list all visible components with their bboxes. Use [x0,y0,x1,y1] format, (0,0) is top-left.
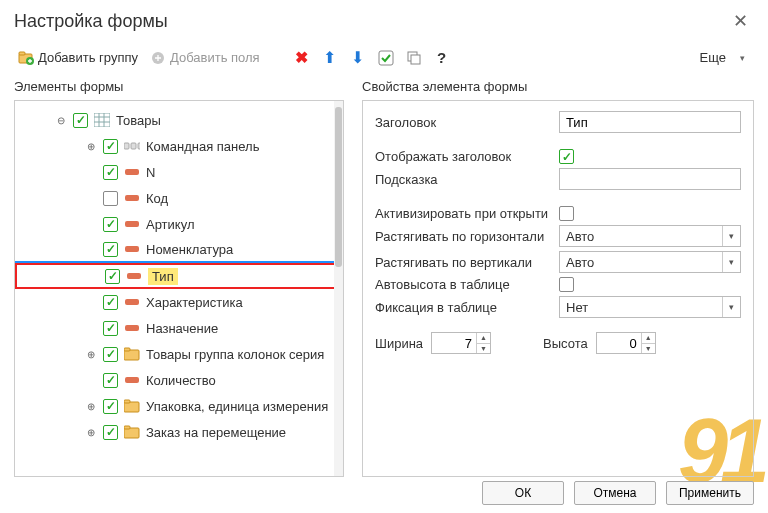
svg-rect-14 [138,143,140,149]
tree-item-icon [124,138,140,154]
tree-item-label: Упаковка, единица измерения [146,399,328,414]
prop-fixation-label: Фиксация в таблице [375,300,553,315]
tree-item-label: Артикул [146,217,194,232]
tree-expander-icon[interactable]: ⊕ [85,401,97,412]
check-all-button[interactable] [374,48,398,68]
prop-stretch-v-label: Растягивать по вертикали [375,255,553,270]
properties-header: Свойства элемента формы [362,77,754,100]
chevron-down-icon: ▾ [722,297,740,317]
prop-height-spinner[interactable]: ▲▼ [596,332,656,354]
prop-stretch-v-select[interactable]: Авто▾ [559,251,741,273]
delete-x-icon: ✖ [294,50,310,66]
tree-row[interactable]: Количество [15,367,343,393]
tree-checkbox[interactable] [103,139,118,154]
tree-item-icon [124,190,140,206]
tree-expander-icon[interactable]: ⊕ [85,427,97,438]
delete-button[interactable]: ✖ [290,48,314,68]
svg-rect-18 [124,400,130,403]
tree-row[interactable]: Номенклатура [15,237,343,263]
tree-checkbox[interactable] [103,373,118,388]
svg-rect-6 [411,55,420,64]
more-label: Еще [700,50,726,65]
tree-expander-icon[interactable]: ⊖ [55,115,67,126]
close-icon[interactable]: ✕ [727,8,754,34]
window-title: Настройка формы [14,11,168,32]
prop-tooltip-input[interactable] [559,168,741,190]
move-down-button[interactable]: ⬇ [346,48,370,68]
tree-row[interactable]: ⊕Упаковка, единица измерения [15,393,343,419]
tree-checkbox[interactable] [103,217,118,232]
tree-row[interactable]: ⊕Товары группа колонок серия [15,341,343,367]
add-fields-button[interactable]: Добавить поля [146,48,264,68]
tree-row[interactable]: Назначение [15,315,343,341]
add-group-label: Добавить группу [38,50,138,65]
move-up-button[interactable]: ⬆ [318,48,342,68]
toolbar: Добавить группу Добавить поля ✖ ⬆ ⬇ ? Ещ… [0,40,768,77]
tree-item-icon [124,346,140,362]
prop-height-label: Высота [543,336,588,351]
tree-row[interactable]: Код [15,185,343,211]
tree-row[interactable]: ⊕Командная панель [15,133,343,159]
tree-row[interactable]: ⊕Заказ на перемещение [15,419,343,445]
folder-plus-icon [18,50,34,66]
spin-down-icon[interactable]: ▼ [477,344,490,354]
prop-fixation-select[interactable]: Нет▾ [559,296,741,318]
spin-up-icon[interactable]: ▲ [477,333,490,344]
tree-item-icon [94,112,110,128]
chevron-down-icon: ▾ [722,226,740,246]
tree-item-label: Номенклатура [146,242,233,257]
prop-activate-label: Активизировать при открыти [375,206,553,221]
chevron-down-icon: ▾ [722,252,740,272]
tree-checkbox[interactable] [103,242,118,257]
prop-title-label: Заголовок [375,115,553,130]
tree-expander-icon[interactable]: ⊕ [85,141,97,152]
add-fields-icon [150,50,166,66]
svg-rect-16 [124,348,130,351]
tree-expander-icon[interactable]: ⊕ [85,349,97,360]
tree-checkbox[interactable] [103,295,118,310]
tree-checkbox[interactable] [103,191,118,206]
prop-title-input[interactable] [559,111,741,133]
tree-checkbox[interactable] [73,113,88,128]
tree-row[interactable]: N [15,159,343,185]
tree-item-label: Код [146,191,168,206]
help-button[interactable]: ? [430,48,454,68]
more-menu-button[interactable]: Еще [691,46,754,69]
apply-button[interactable]: Применить [666,481,754,505]
tree-checkbox[interactable] [103,347,118,362]
add-fields-label: Добавить поля [170,50,260,65]
tree-row[interactable]: Тип [15,263,343,289]
prop-show-title-checkbox[interactable] [559,149,574,164]
prop-tooltip-label: Подсказка [375,172,553,187]
tree-item-icon [124,424,140,440]
tree-scrollbar[interactable] [334,101,343,476]
add-group-button[interactable]: Добавить группу [14,48,142,68]
prop-width-spinner[interactable]: ▲▼ [431,332,491,354]
prop-width-label: Ширина [375,336,423,351]
tree-panel: ⊖Товары⊕Командная панельNКодАртикулНомен… [14,100,344,477]
tree-item-icon [126,268,142,284]
uncheck-all-button[interactable] [402,48,426,68]
tree-checkbox[interactable] [105,269,120,284]
tree-checkbox[interactable] [103,165,118,180]
tree-checkbox[interactable] [103,321,118,336]
check-box-icon [378,50,394,66]
tree-row[interactable]: ⊖Товары [15,107,343,133]
prop-width-input[interactable] [432,333,476,353]
spin-up-icon[interactable]: ▲ [642,333,655,344]
tree-row[interactable]: Характеристика [15,289,343,315]
prop-activate-checkbox[interactable] [559,206,574,221]
tree-item-icon [124,294,140,310]
spin-down-icon[interactable]: ▼ [642,344,655,354]
tree-item-label: Назначение [146,321,218,336]
tree-checkbox[interactable] [103,399,118,414]
tree-checkbox[interactable] [103,425,118,440]
cancel-button[interactable]: Отмена [574,481,656,505]
svg-rect-7 [94,113,110,127]
ok-button[interactable]: ОК [482,481,564,505]
prop-autoheight-checkbox[interactable] [559,277,574,292]
tree-item-label: Командная панель [146,139,259,154]
prop-height-input[interactable] [597,333,641,353]
tree-row[interactable]: Артикул [15,211,343,237]
prop-stretch-h-select[interactable]: Авто▾ [559,225,741,247]
